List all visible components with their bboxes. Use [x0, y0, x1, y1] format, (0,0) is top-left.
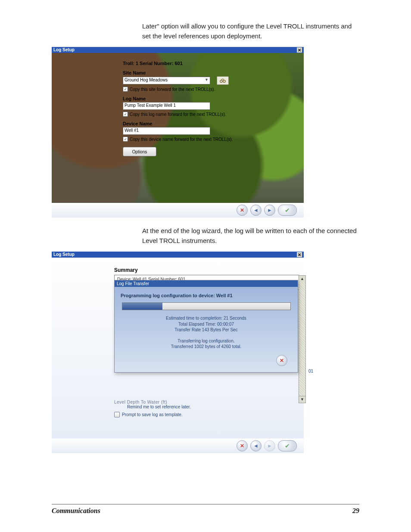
site-name-dropdown[interactable]: Ground Hog Meadows ▼ — [123, 77, 210, 84]
dialog1-footer: ✕ ◄ ► ✔ — [52, 203, 304, 218]
side-label-01: 01 — [308, 369, 313, 373]
log-name-label: Log Name — [123, 96, 304, 101]
binoculars-icon[interactable] — [217, 76, 229, 85]
troll-header: Troll: 1 Serial Number: 601 — [123, 61, 304, 66]
cancel-icon[interactable]: ✕ — [237, 440, 248, 451]
device-name-input[interactable]: Well #1 — [123, 127, 210, 135]
dialog2-footer: ✕ ◄ ► ✔ — [52, 439, 304, 453]
cancel-icon[interactable]: ✕ — [237, 205, 248, 216]
copy-site-label: Copy this site forward for the next TROL… — [130, 87, 215, 92]
log-name-input[interactable]: Pump Test Example Well 1 — [123, 102, 210, 110]
remind-line: Remind me to set reference later. — [114, 404, 299, 409]
prompt-save-checkbox[interactable]: Prompt to save log as template. — [114, 412, 299, 417]
scrollbar-track[interactable] — [299, 282, 306, 396]
summary-label: Summary — [114, 267, 304, 273]
footer-page-number: 29 — [352, 507, 359, 515]
checkbox-checked-icon: ✓ — [123, 137, 128, 142]
copy-site-checkbox[interactable]: ✓ Copy this site forward for the next TR… — [123, 87, 304, 92]
elapsed-line: Total Elapsed Time: 00:00:07 — [121, 321, 292, 327]
status-line-1: Transferring log configuration. — [121, 338, 292, 344]
progress-bar — [122, 302, 291, 310]
svg-point-1 — [223, 80, 225, 82]
copy-device-checkbox[interactable]: ✓ Copy this device name forward for the … — [123, 137, 304, 142]
svg-point-0 — [220, 80, 222, 82]
transfer-title: Log File Transfer — [115, 280, 298, 287]
body-paragraph-1: Later" option will allow you to configur… — [52, 22, 359, 41]
site-name-label: Site Name — [123, 70, 304, 75]
site-name-value: Ground Hog Meadows — [125, 78, 168, 84]
checkbox-icon — [114, 412, 120, 417]
dialog2-titlebar: Log Setup ✕ — [52, 252, 304, 258]
chevron-down-icon[interactable]: ▼ — [205, 78, 209, 84]
finish-icon[interactable]: ✔ — [278, 205, 297, 216]
next-icon[interactable]: ► — [264, 205, 275, 216]
dialog1-body: Troll: 1 Serial Number: 601 Site Name Gr… — [52, 53, 304, 203]
back-icon[interactable]: ◄ — [250, 440, 262, 451]
prompt-save-label: Prompt to save log as template. — [122, 412, 183, 417]
scroll-up-icon[interactable]: ▲ — [299, 275, 306, 283]
close-icon[interactable]: ✕ — [297, 252, 302, 257]
scroll-down-icon[interactable]: ▼ — [299, 396, 306, 403]
truncated-line: Level Depth To Water (ft) — [114, 400, 299, 404]
checkbox-checked-icon: ✓ — [123, 87, 128, 92]
page-footer: Communications 29 — [52, 504, 359, 515]
copy-device-label: Copy this device name forward for the ne… — [130, 137, 233, 142]
footer-section-title: Communications — [52, 507, 100, 515]
body-paragraph-2: At the end of the log wizard, the log wi… — [52, 226, 359, 246]
under-overlay-block: Level Depth To Water (ft) Remind me to s… — [114, 400, 299, 417]
rate-line: Transfer Rate 143 Bytes Per Sec — [121, 327, 292, 333]
log-file-transfer-dialog: Log File Transfer Programming log config… — [114, 280, 298, 373]
eta-line: Estimated time to completion: 21 Seconds — [121, 315, 292, 321]
checkbox-checked-icon: ✓ — [123, 112, 128, 117]
transfer-cancel-icon[interactable]: ✕ — [276, 355, 287, 366]
dialog2-title: Log Setup — [53, 252, 75, 257]
device-name-label: Device Name — [123, 121, 304, 126]
finish-icon[interactable]: ✔ — [278, 440, 297, 451]
back-icon[interactable]: ◄ — [250, 205, 262, 216]
options-button[interactable]: Options — [123, 147, 156, 156]
dialog2-body: Summary Device: Well #1 Serial Number: 6… — [52, 258, 304, 439]
copy-log-label: Copy this log name forward for the next … — [130, 112, 226, 117]
copy-log-checkbox[interactable]: ✓ Copy this log name forward for the nex… — [123, 112, 304, 117]
log-setup-dialog-1: Log Setup ✕ Troll: 1 Serial Number: 601 … — [52, 47, 304, 218]
status-line-2: Transferred 1002 bytes of 4260 total. — [121, 344, 292, 350]
log-setup-dialog-2: Log Setup ✕ Summary Device: Well #1 Seri… — [52, 252, 304, 453]
dialog1-title: Log Setup — [53, 47, 75, 53]
close-icon[interactable]: ✕ — [297, 47, 302, 53]
transfer-heading: Programming log configuration to device:… — [121, 293, 292, 298]
dialog1-titlebar: Log Setup ✕ — [52, 47, 304, 53]
progress-fill — [122, 303, 163, 310]
next-icon-disabled: ► — [264, 440, 275, 451]
